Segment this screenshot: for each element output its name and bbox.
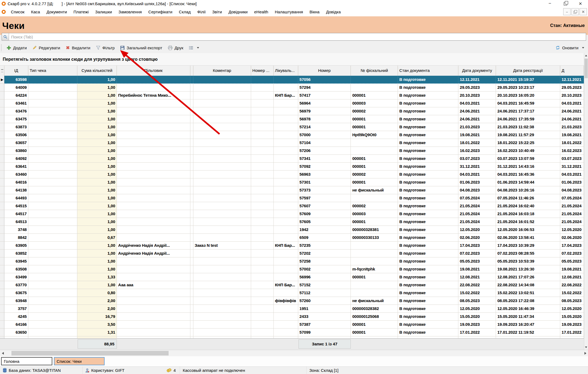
refresh-dropdown-icon[interactable]: [582, 47, 584, 48]
menu-item-11[interactable]: eHealth: [251, 7, 272, 16]
table-row[interactable]: 634601,0056963000002В подготовке04.03.20…: [0, 171, 584, 178]
toolbar-grip[interactable]: [1, 44, 2, 51]
cell-st: В подготовке: [398, 218, 458, 226]
column-header-dd[interactable]: Дата документу: [458, 66, 496, 76]
menu-item-6[interactable]: Сертифікати: [145, 7, 176, 16]
column-header-med[interactable]: Лікуваль...: [274, 66, 298, 76]
table-row[interactable]: 635081,0057002m-fqcnItphkВ подготовке19.…: [0, 265, 584, 273]
menu-item-0[interactable]: Список: [8, 7, 28, 16]
menu-item-1[interactable]: Каса: [28, 7, 43, 16]
column-header-id[interactable]: ІД: [4, 66, 28, 76]
cell-fis: [351, 84, 398, 92]
menu-item-12[interactable]: Налаштування: [272, 7, 306, 16]
table-row[interactable]: 641663,5057387000001В подготовке19.09.20…: [0, 321, 584, 329]
status-database: База даних: TASA3@TITAN: [0, 367, 82, 374]
menu-item-4[interactable]: Залишки: [92, 7, 115, 16]
column-header-narrow[interactable]: [190, 66, 193, 76]
scroll-left-icon[interactable]: [2, 352, 4, 355]
table-row[interactable]: 638731,0057214000001В подготовке21.03.20…: [0, 123, 584, 131]
groupby-bar[interactable]: Перетягніть заголовок колонки сюди для у…: [0, 53, 584, 66]
table-row[interactable]: 639051,00Андріченко Надія Андрії...Заказ…: [0, 242, 584, 250]
column-header-num2[interactable]: Номер ...: [251, 66, 274, 76]
column-header-type[interactable]: Тип чека: [28, 66, 77, 76]
columns-button[interactable]: [186, 44, 196, 52]
menu-item-2[interactable]: Документи: [43, 7, 70, 16]
column-header-qty[interactable]: Сума кількостей: [77, 66, 117, 76]
edit-button[interactable]: Редагувати: [29, 44, 63, 52]
table-row[interactable]: 424516,792433000000125068В подготовке15.…: [0, 313, 584, 321]
search-icon[interactable]: [2, 33, 9, 40]
restore-button[interactable]: [557, 0, 573, 7]
table-row[interactable]: 645131,0057605000001В подготовке21.05.20…: [0, 218, 584, 226]
column-header-dr[interactable]: Дата реєстрації: [496, 66, 560, 76]
tab-main[interactable]: Головна: [1, 357, 52, 365]
vertical-scroll-thumb[interactable]: [584, 59, 588, 78]
mdi-minimize-button[interactable]: –: [563, 8, 571, 15]
table-row[interactable]: 645151,0057607000002В подготовке21.05.20…: [0, 202, 584, 210]
table-row[interactable]: 635061,0057000Hptl9kQ9Ot0В подготовке19.…: [0, 131, 584, 139]
table-row[interactable]: 645171,0057609000003В подготовке21.05.20…: [0, 210, 584, 218]
table-row[interactable]: 640091,0057294В подготовке29.05.202329.0…: [0, 84, 584, 92]
export-button[interactable]: Загальний експорт: [117, 44, 165, 52]
table-row[interactable]: 634751,0056978000001В подготовке24.06.20…: [0, 115, 584, 123]
column-header-st[interactable]: Стан документа: [398, 66, 458, 76]
filter-button[interactable]: Фільтр: [93, 44, 117, 52]
menu-item-3[interactable]: Платежі: [70, 7, 92, 16]
column-header-num[interactable]: Номер: [298, 66, 351, 76]
table-row[interactable]: 636750,8057112В подготовке15.02.202215.0…: [0, 289, 584, 297]
menu-item-8[interactable]: Філії: [194, 7, 209, 16]
horizontal-scroll-thumb[interactable]: [11, 351, 169, 355]
table-row[interactable]: 37481,001942000000328381В подготовке12.0…: [0, 226, 584, 234]
refresh-button[interactable]: Оновити: [553, 44, 581, 52]
mdi-restore-button[interactable]: [571, 8, 579, 15]
column-header-ben[interactable]: Пільговик: [117, 66, 190, 76]
close-button[interactable]: ×: [573, 1, 588, 7]
table-row[interactable]: 88420,676509000000330133В подготовке02.0…: [0, 234, 584, 242]
table-row[interactable]: 638521,00Андріченко Надія Андрії...57202…: [0, 250, 584, 257]
menu-item-7[interactable]: Склад: [176, 7, 194, 16]
scroll-right-icon[interactable]: [584, 352, 586, 355]
table-row[interactable]: 636411,0057092000001В подготовке31.12.20…: [0, 163, 584, 171]
menu-item-10[interactable]: Довідники: [225, 7, 251, 16]
vertical-scrollbar[interactable]: [584, 53, 588, 350]
table-row[interactable]: 37572,001951000000328382В подготовке12.0…: [0, 305, 584, 313]
table-row[interactable]: 634991,3356996000001В подготовке12.08.20…: [0, 273, 584, 281]
column-header-d[interactable]: Д: [560, 66, 584, 76]
table-row[interactable]: 636571,0057104В подготовке18.01.202218.0…: [0, 139, 584, 147]
row-selector-header[interactable]: [0, 66, 4, 76]
table-row[interactable]: 636501,3157099000001В подготовке17.01.20…: [0, 329, 584, 336]
column-header-com[interactable]: Коментар: [193, 66, 251, 76]
menu-item-5[interactable]: Замовлення: [115, 7, 145, 16]
menu-item-9[interactable]: Звіти: [209, 7, 225, 16]
scroll-down-icon[interactable]: [585, 346, 587, 348]
tab-list-cheki[interactable]: Список: Чеки: [54, 357, 105, 365]
menu-item-13[interactable]: Вікна: [306, 7, 323, 16]
table-row[interactable]: 642241,00Перебийнос Тетяна Мико...КНП Ба…: [0, 92, 584, 99]
columns-dropdown-icon[interactable]: [197, 47, 199, 48]
table-row[interactable]: 640161,0057301000001В подготовке01.06.20…: [0, 178, 584, 186]
table-row[interactable]: 638601,0057206В подготовке16.02.202316.0…: [0, 147, 584, 155]
delete-button[interactable]: Видалити: [63, 44, 93, 52]
table-row[interactable]: 641381,0057373не фискальныйВ подготовке0…: [0, 186, 584, 194]
table-row[interactable]: 634761,0056979000002В подготовке24.06.20…: [0, 107, 584, 115]
print-button[interactable]: Друк: [165, 44, 186, 52]
add-button[interactable]: Додати: [4, 44, 29, 52]
table-row-partial[interactable]: [0, 336, 584, 338]
cell-num2: [251, 313, 274, 321]
scroll-up-icon[interactable]: [585, 55, 587, 56]
table-row[interactable]: 637701,00Ааа аааКНП Бар...57152В подгото…: [0, 281, 584, 289]
table-row[interactable]: 634611,0056964000003В подготовке04.03.20…: [0, 99, 584, 107]
table-row[interactable]: 640921,0057341000001В подготовке03.07.20…: [0, 155, 584, 163]
cell-gutter: [0, 92, 4, 99]
table-row[interactable]: 639451,0057258В подготовке05.05.202305.0…: [0, 257, 584, 265]
mdi-close-button[interactable]: ✕: [580, 8, 587, 15]
table-row[interactable]: ▶635981,0057056В подготовке12.11.202112.…: [0, 76, 584, 84]
horizontal-scrollbar[interactable]: [0, 350, 588, 356]
table-row[interactable]: 644931,0057597В подготовке07.05.202407.0…: [0, 194, 584, 202]
minimize-button[interactable]: −: [542, 1, 557, 6]
menu-item-14[interactable]: Довідка: [323, 7, 344, 16]
column-header-fis[interactable]: № фіскальний: [351, 66, 398, 76]
cell-narrow: [190, 202, 193, 210]
search-input[interactable]: [9, 33, 586, 40]
table-row[interactable]: 639482,00фівфівфів57260не фискальныйВ по…: [0, 297, 584, 305]
